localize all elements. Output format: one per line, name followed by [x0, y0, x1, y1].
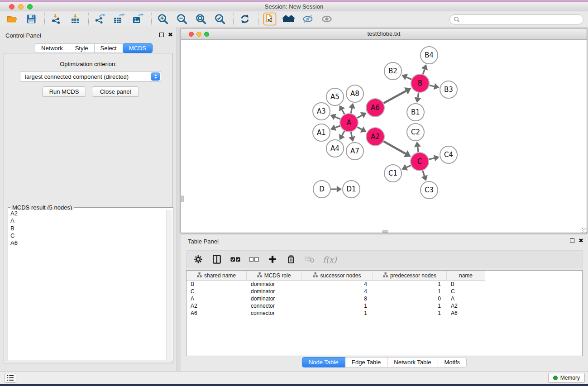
graph-edge-B-B3[interactable]	[429, 83, 439, 90]
close-panel-icon[interactable]: ✖	[168, 32, 173, 38]
cell-shared-name[interactable]: C	[186, 288, 247, 295]
graph-edge-A-A1[interactable]	[330, 124, 340, 131]
network-window-titlebar[interactable]: testGlobe.txt	[181, 29, 587, 40]
graph-edge-B-B4[interactable]	[421, 64, 428, 74]
graph-node-C4[interactable]: C4	[440, 146, 457, 163]
cell-successor-nodes[interactable]: 1	[301, 310, 373, 317]
cell-predecessor-nodes[interactable]: 1	[373, 310, 447, 317]
result-item-a[interactable]: A	[10, 217, 166, 224]
result-item-a2[interactable]: A2	[10, 210, 166, 217]
graph-node-A4[interactable]: A4	[326, 140, 344, 157]
clear-checks-icon[interactable]	[249, 254, 259, 265]
cell-shared-name[interactable]: A2	[186, 302, 247, 310]
graph-edge-C-C4[interactable]	[429, 155, 439, 161]
cell-predecessor-nodes[interactable]: 1	[373, 302, 447, 310]
graph-node-A6[interactable]: A6	[366, 99, 384, 117]
cell-mcds-role[interactable]: dominator	[247, 295, 301, 302]
zoom-out-icon[interactable]	[175, 13, 189, 25]
float-table-panel-icon[interactable]	[570, 238, 574, 243]
zoom-in-icon[interactable]	[156, 13, 170, 25]
cell-name[interactable]: C	[447, 288, 485, 295]
graph-node-A8[interactable]: A8	[346, 85, 363, 102]
graph-edge-D-D1[interactable]	[331, 186, 342, 192]
graph-node-C1[interactable]: C1	[384, 165, 402, 182]
cell-predecessor-nodes[interactable]: 0	[373, 295, 447, 302]
column-header-mcds-role[interactable]: MCDS role	[247, 271, 301, 281]
add-column-icon[interactable]	[267, 254, 278, 265]
graph-node-D[interactable]: D	[313, 181, 330, 198]
graph-node-D1[interactable]: D1	[343, 181, 360, 198]
graph-node-A5[interactable]: A5	[326, 88, 344, 105]
graph-node-A1[interactable]: A1	[313, 124, 330, 141]
show-columns-icon[interactable]	[211, 254, 222, 265]
network-vertical-scrollbar[interactable]	[181, 195, 184, 202]
graph-node-C[interactable]: C	[411, 152, 429, 171]
tab-node-table[interactable]: Node Table	[302, 357, 345, 367]
table-row[interactable]: Adominator80A	[186, 295, 582, 302]
cell-successor-nodes[interactable]: 4	[301, 281, 373, 288]
graph-edge-C-C3[interactable]	[421, 171, 427, 181]
close-table-panel-icon[interactable]: ✖	[578, 238, 583, 243]
tab-motifs[interactable]: Motifs	[438, 357, 467, 367]
import-network-icon[interactable]	[49, 13, 63, 25]
task-history-button[interactable]	[5, 373, 16, 383]
current-network-doc-icon[interactable]	[263, 13, 277, 25]
graph-edge-A-A2[interactable]	[358, 126, 367, 132]
graph-edge-B-B2[interactable]	[402, 74, 411, 81]
run-mcds-button[interactable]: Run MCDS	[42, 86, 86, 97]
graph-edge-A-A6[interactable]	[357, 112, 367, 118]
table-row[interactable]: Cdominator41C	[186, 288, 582, 295]
cell-shared-name[interactable]: A6	[186, 310, 247, 317]
save-session-icon[interactable]	[24, 13, 38, 25]
graph-node-C3[interactable]: C3	[421, 181, 438, 199]
graph-node-B2[interactable]: B2	[384, 62, 402, 80]
graph-edge-C-C1[interactable]	[402, 164, 411, 171]
graph-edge-A-A3[interactable]	[330, 114, 340, 120]
graph-node-B1[interactable]: B1	[407, 104, 424, 121]
column-header-predecessor-nodes[interactable]: predecessor nodes	[373, 271, 447, 281]
cell-predecessor-nodes[interactable]: 1	[373, 281, 447, 288]
network-canvas[interactable]: AA1A3A5A8A4A7A6A2BB2B4B3B1CC2C4C1C3DD1	[181, 40, 587, 233]
tab-network[interactable]: Network	[35, 43, 69, 53]
table-row[interactable]: A6connector11A6	[186, 310, 582, 317]
cell-shared-name[interactable]: A	[186, 295, 247, 302]
graph-node-B4[interactable]: B4	[421, 47, 438, 64]
export-image-icon[interactable]	[131, 13, 145, 25]
float-panel-icon[interactable]	[159, 33, 164, 37]
cell-name[interactable]: A	[447, 295, 485, 302]
graph-node-B3[interactable]: B3	[440, 81, 457, 98]
tab-select[interactable]: Select	[95, 43, 123, 53]
network-resize-grip[interactable]	[582, 228, 587, 233]
graph-edge-B-B1[interactable]	[415, 93, 421, 103]
cell-mcds-role[interactable]: connector	[247, 310, 301, 317]
graph-node-A3[interactable]: A3	[313, 103, 330, 120]
graph-edge-A2-C[interactable]	[383, 141, 411, 157]
optimization-criterion-select[interactable]: largest connected component (directed)	[20, 71, 161, 82]
graph-edge-A-A4[interactable]	[339, 131, 345, 140]
export-table-icon[interactable]	[112, 13, 126, 25]
graph-node-A7[interactable]: A7	[346, 143, 363, 160]
cell-successor-nodes[interactable]: 1	[301, 302, 373, 310]
home-icon[interactable]	[282, 13, 296, 25]
graph-edge-A-A5[interactable]	[339, 105, 345, 114]
graph-edge-A-A8[interactable]	[349, 103, 355, 114]
zoom-selected-icon[interactable]	[213, 13, 227, 25]
graph-node-A[interactable]: A	[340, 114, 358, 132]
cell-mcds-role[interactable]: dominator	[247, 288, 301, 295]
cell-successor-nodes[interactable]: 4	[301, 288, 373, 295]
zoom-fit-icon[interactable]	[194, 13, 208, 25]
cell-name[interactable]: A6	[447, 310, 485, 317]
refresh-icon[interactable]	[238, 13, 252, 25]
column-header-name[interactable]: name	[447, 271, 485, 281]
table-row[interactable]: Bdominator41B	[186, 281, 582, 288]
tab-mcds[interactable]: MCDS	[123, 43, 153, 53]
show-details-eye-icon[interactable]	[320, 13, 334, 25]
result-list-scrollbar[interactable]	[166, 210, 172, 360]
graph-node-A2[interactable]: A2	[366, 128, 384, 146]
export-network-icon[interactable]	[93, 13, 107, 25]
graph-node-C2[interactable]: C2	[407, 124, 424, 141]
tab-edge-table[interactable]: Edge Table	[345, 357, 387, 367]
cell-name[interactable]: A2	[447, 302, 485, 310]
graph-edge-A6-B[interactable]	[383, 87, 411, 103]
result-item-b[interactable]: B	[10, 225, 166, 232]
